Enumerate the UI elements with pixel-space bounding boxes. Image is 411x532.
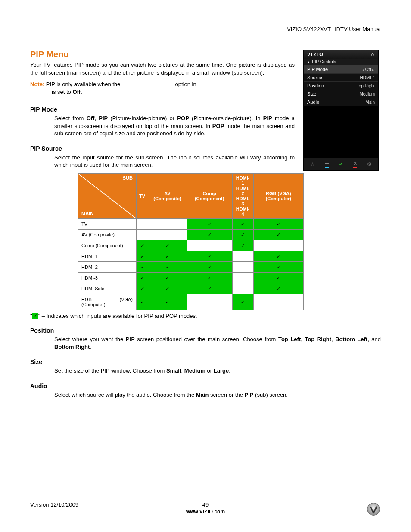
compat-cell: ✓: [187, 273, 232, 283]
compat-cell: ✓: [187, 219, 232, 230]
heading-position: Position: [30, 327, 381, 334]
note-line2: is set to Off.: [52, 88, 295, 96]
note-block: Note: PIP is only available when the opt…: [30, 81, 295, 96]
gear-icon: ⚙: [367, 162, 371, 167]
osd-row-value: HDMI-1: [360, 75, 375, 80]
text-run: Select from: [54, 115, 87, 121]
row-header: AV (Composite): [78, 230, 137, 240]
manual-page: VIZIO SV422XVT HDTV User Manual PIP Menu…: [0, 0, 411, 532]
compat-cell: [253, 240, 303, 251]
osd-row: PositionTop Right: [304, 81, 378, 90]
compat-cell: [148, 219, 187, 230]
corner-main: MAIN: [81, 211, 93, 216]
compat-cell: [137, 230, 148, 240]
compat-cell: [187, 294, 232, 310]
compat-cell: ✓: [253, 262, 303, 273]
text-run: Set the size of the PIP window. Choose f…: [54, 367, 166, 374]
intro-paragraph: Your TV features PIP mode so you can wat…: [30, 61, 295, 76]
text-run: ,: [94, 115, 99, 121]
compat-cell: [232, 251, 253, 262]
text-run: Select where you want the PIP screen pos…: [54, 336, 278, 342]
osd-row: SizeMedium: [304, 90, 378, 98]
compat-cell: ✓: [187, 230, 232, 240]
table-row: HDMI-2✓✓✓✓: [78, 262, 304, 273]
page-header-product: VIZIO SV422XVT HDTV User Manual: [30, 26, 381, 32]
osd-row-value: Main: [365, 100, 375, 105]
compat-cell: ✓: [148, 251, 187, 262]
osd-screenshot: VIZIO ⌂ ◂PIP Controls PIP Mode◂Off▸Sourc…: [303, 50, 379, 171]
compat-cell: [253, 294, 303, 310]
compat-cell: ✓: [232, 230, 253, 240]
note-label: Note:: [30, 81, 44, 87]
osd-row-label: PIP Mode: [307, 67, 328, 72]
note-text-1b: option in: [175, 81, 196, 87]
home-icon: ⌂: [371, 52, 375, 57]
compat-cell: ✓: [187, 283, 232, 294]
compat-cell: ✓: [253, 251, 303, 262]
compat-cell: ✓: [253, 219, 303, 230]
osd-breadcrumb-text: PIP Controls: [312, 59, 336, 64]
compat-cell: ✓: [232, 240, 253, 251]
osd-screenshot-column: VIZIO ⌂ ◂PIP Controls PIP Mode◂Off▸Sourc…: [303, 50, 381, 171]
table-row: TV✓✓✓: [78, 219, 304, 230]
bold-term: POP: [177, 115, 189, 121]
bold-term: Top Right: [305, 336, 331, 342]
body-audio: Select which source will play the audio.…: [54, 391, 381, 399]
text-run: (Picture-inside-picture) or: [108, 115, 177, 121]
bold-term: Small: [166, 367, 181, 374]
compat-cell: ✓: [137, 240, 148, 251]
compat-cell: ✓: [187, 251, 232, 262]
body-pip-source: Select the input source for the sub-scre…: [54, 154, 295, 169]
row-header: TV: [78, 219, 137, 230]
table-row: AV (Composite)✓✓✓: [78, 230, 304, 240]
heading-pip-mode: PIP Mode: [30, 106, 295, 113]
bold-term: Top Left: [278, 336, 301, 342]
col-header: Comp (Component): [187, 174, 232, 219]
compat-cell: ✓: [137, 273, 148, 283]
osd-breadcrumb: ◂PIP Controls: [304, 59, 378, 65]
bold-term: PIP: [263, 115, 272, 121]
osd-row: AudioMain: [304, 98, 378, 106]
row-header: Comp (Component): [78, 240, 137, 251]
compat-cell: ✓: [253, 230, 303, 240]
close-icon: ✕: [353, 161, 357, 168]
compat-cell: ✓: [137, 294, 148, 310]
row-header: HDMI-1: [78, 251, 137, 262]
table-legend: "✓" – Indicates which inputs are availab…: [30, 313, 381, 319]
row-header: HDMI Side: [78, 283, 137, 294]
compat-cell: ✓: [253, 273, 303, 283]
compat-table-wrap: SUB MAIN TV AV (Composite) Comp (Compone…: [78, 173, 381, 310]
list-icon: ☰: [325, 161, 329, 168]
text-run: .: [90, 344, 91, 350]
col-header: RGB (VGA) (Computer): [253, 174, 303, 219]
compat-cell: ✓: [232, 219, 253, 230]
bold-term: Large: [214, 367, 229, 374]
compat-cell: ✓: [137, 262, 148, 273]
footer-url: www.VIZIO.com: [30, 509, 381, 515]
svg-text:™: ™: [380, 503, 381, 505]
compat-cell: ✓: [148, 240, 187, 251]
table-row: HDMI Side✓✓✓✓: [78, 283, 304, 294]
note-text-2c: .: [81, 89, 82, 95]
compat-cell: ✓: [148, 294, 187, 310]
text-run: (Picture-outside-picture). In: [189, 115, 263, 121]
col-header: AV (Composite): [148, 174, 187, 219]
text-run: or: [206, 367, 214, 374]
osd-row-value: Top Right: [357, 84, 375, 88]
text-run: screen or the: [209, 392, 244, 398]
content-row: PIP Menu Your TV features PIP mode so yo…: [30, 50, 381, 171]
corner-sub: SUB: [123, 175, 133, 180]
bold-term: PIP: [99, 115, 108, 121]
bold-term: Bottom Right: [54, 344, 90, 350]
col-header: TV: [137, 174, 148, 219]
corner-cell: SUB MAIN: [78, 174, 137, 219]
compat-cell: [232, 273, 253, 283]
compat-cell: ✓: [137, 251, 148, 262]
section-title: PIP Menu: [30, 50, 295, 59]
osd-row-label: Audio: [307, 100, 319, 105]
body-size: Set the size of the PIP window. Choose f…: [54, 367, 381, 375]
osd-spacer: [304, 106, 378, 158]
compat-cell: ✓: [148, 273, 187, 283]
heading-audio: Audio: [30, 383, 381, 389]
vizio-logo-icon: ™: [366, 502, 381, 516]
